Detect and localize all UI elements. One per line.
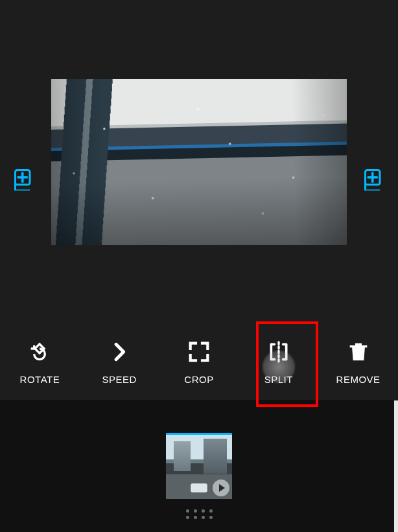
chevron-right-icon <box>106 339 132 365</box>
add-media-icon <box>12 167 36 191</box>
clip-preview[interactable] <box>51 79 347 245</box>
timeline-clip-thumbnail[interactable] <box>166 433 232 499</box>
rotate-icon <box>27 339 53 365</box>
add-media-icon <box>362 167 386 191</box>
speed-label: SPEED <box>102 374 137 385</box>
video-editor-screen: ROTATE SPEED CROP SPLIT <box>0 0 398 532</box>
clip-preview-area <box>0 0 398 324</box>
screen-edge-artifact <box>394 400 398 532</box>
clip-preview-image <box>51 79 347 245</box>
split-label: SPLIT <box>264 374 293 385</box>
crop-icon <box>186 339 212 365</box>
timeline-area <box>0 400 398 532</box>
split-button[interactable]: SPLIT <box>246 330 311 395</box>
drag-handle-icon[interactable] <box>186 509 213 519</box>
rotate-button[interactable]: ROTATE <box>7 330 72 395</box>
speed-button[interactable]: SPEED <box>87 330 152 395</box>
split-icon <box>266 339 292 365</box>
remove-button[interactable]: REMOVE <box>326 330 391 395</box>
add-clip-before-button[interactable] <box>12 167 36 191</box>
remove-label: REMOVE <box>336 374 380 385</box>
rotate-label: ROTATE <box>20 374 60 385</box>
trash-icon <box>345 339 371 365</box>
add-clip-after-button[interactable] <box>362 167 386 191</box>
crop-button[interactable]: CROP <box>167 330 231 395</box>
crop-label: CROP <box>184 374 213 385</box>
edit-toolbar: ROTATE SPEED CROP SPLIT <box>0 324 398 400</box>
play-icon <box>213 480 229 496</box>
